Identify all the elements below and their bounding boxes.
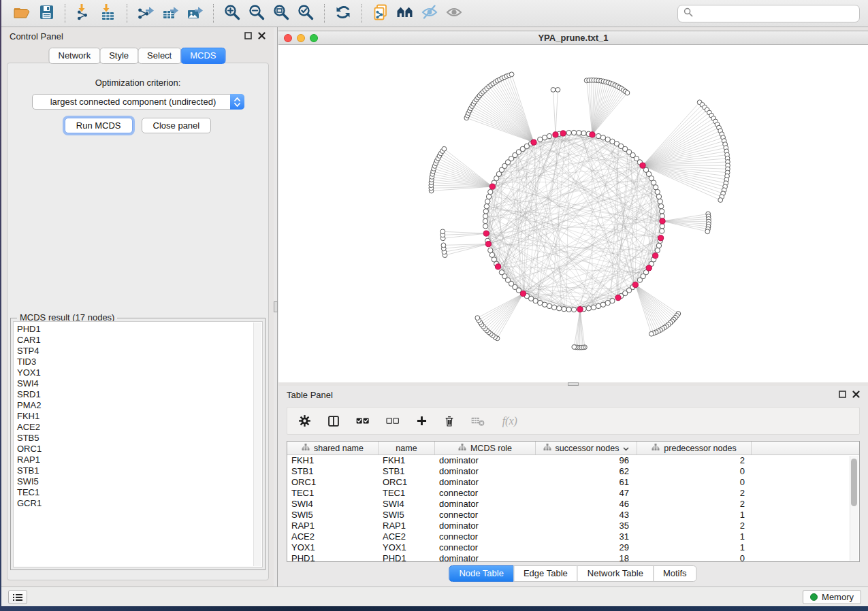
- leaf-node[interactable]: [705, 229, 710, 234]
- leaf-node[interactable]: [440, 229, 445, 234]
- table-row[interactable]: YOX1YOX1connector291: [287, 542, 859, 553]
- network-node[interactable]: [538, 137, 543, 142]
- network-node[interactable]: [656, 194, 661, 199]
- table-row[interactable]: TEC1TEC1connector472: [287, 488, 859, 499]
- delete-row-button[interactable]: [444, 415, 455, 427]
- leaf-node[interactable]: [441, 243, 446, 248]
- network-node[interactable]: [571, 130, 576, 135]
- network-node[interactable]: [656, 243, 661, 248]
- mcds-result-item[interactable]: PMA2: [17, 400, 262, 411]
- mcds-result-item[interactable]: SRD1: [17, 389, 262, 400]
- scrollbar-thumb[interactable]: [851, 459, 857, 506]
- network-graph[interactable]: [278, 45, 868, 382]
- mcds-result-item[interactable]: ACE2: [17, 422, 262, 433]
- settings-button[interactable]: [298, 414, 311, 427]
- mcds-result-item[interactable]: SWI4: [17, 378, 262, 389]
- zoom-fit-button[interactable]: [269, 3, 293, 24]
- network-node[interactable]: [483, 218, 487, 223]
- export-image-button[interactable]: [182, 3, 207, 24]
- network-node[interactable]: [653, 185, 658, 190]
- mcds-result-item[interactable]: CAR1: [17, 335, 262, 346]
- network-node[interactable]: [577, 131, 581, 135]
- mcds-result-item[interactable]: STP4: [17, 346, 262, 357]
- open-file-button[interactable]: [10, 3, 34, 24]
- network-canvas[interactable]: [278, 45, 868, 382]
- zoom-selected-button[interactable]: [293, 3, 318, 24]
- network-node[interactable]: [596, 133, 600, 138]
- tab-mcds[interactable]: MCDS: [180, 48, 225, 64]
- column-header-successor-nodes[interactable]: successor nodes: [536, 442, 637, 455]
- mcds-hub-node[interactable]: [646, 265, 652, 271]
- network-node[interactable]: [586, 306, 591, 310]
- table-row[interactable]: FKH1FKH1dominator962: [287, 455, 859, 466]
- tab-network-table[interactable]: Network Table: [577, 565, 654, 582]
- column-header-predecessor-nodes[interactable]: predecessor nodes: [637, 442, 752, 455]
- close-panel-icon[interactable]: [852, 390, 860, 400]
- network-node[interactable]: [483, 224, 488, 229]
- mcds-hub-node[interactable]: [483, 231, 489, 236]
- network-node[interactable]: [660, 214, 664, 218]
- mcds-hub-node[interactable]: [553, 132, 558, 137]
- network-node[interactable]: [659, 209, 664, 214]
- leaf-node[interactable]: [551, 88, 556, 93]
- run-mcds-button[interactable]: Run MCDS: [65, 118, 133, 133]
- tab-network[interactable]: Network: [48, 48, 100, 64]
- zoom-in-button[interactable]: [220, 3, 244, 24]
- show-all-button[interactable]: [442, 3, 466, 24]
- mcds-result-item[interactable]: TEC1: [17, 487, 262, 498]
- network-node[interactable]: [566, 131, 571, 135]
- tab-node-table[interactable]: Node Table: [449, 565, 514, 582]
- network-node[interactable]: [591, 305, 596, 310]
- close-panel-icon[interactable]: [258, 31, 266, 42]
- network-node[interactable]: [566, 307, 571, 312]
- mcds-hub-node[interactable]: [485, 242, 491, 247]
- leaf-node[interactable]: [625, 90, 630, 95]
- network-node[interactable]: [655, 189, 660, 194]
- network-node[interactable]: [484, 204, 489, 209]
- mcds-result-item[interactable]: ORC1: [17, 444, 262, 455]
- zoom-out-button[interactable]: [244, 3, 269, 24]
- columns-button[interactable]: [327, 415, 340, 427]
- table-row[interactable]: ACE2ACE2connector311: [287, 531, 859, 542]
- table-scrollbar[interactable]: [850, 456, 858, 561]
- leaf-node[interactable]: [649, 331, 654, 336]
- mcds-result-item[interactable]: PHD1: [17, 324, 262, 335]
- task-history-button[interactable]: [8, 590, 27, 604]
- result-scrollbar[interactable]: [253, 323, 261, 566]
- leaf-node[interactable]: [718, 198, 723, 203]
- network-node[interactable]: [605, 300, 610, 305]
- network-titlebar[interactable]: YPA_prune.txt_1: [278, 31, 868, 45]
- network-node[interactable]: [499, 270, 504, 275]
- column-header-name[interactable]: name: [379, 442, 435, 455]
- mcds-result-item[interactable]: YOX1: [17, 367, 262, 378]
- network-node[interactable]: [547, 303, 551, 308]
- mcds-result-item[interactable]: SWI5: [17, 476, 262, 487]
- float-panel-icon[interactable]: [839, 390, 846, 400]
- column-header-MCDS-role[interactable]: MCDS role: [435, 442, 536, 455]
- network-node[interactable]: [659, 229, 664, 233]
- network-node[interactable]: [658, 199, 662, 203]
- select-all-button[interactable]: [356, 416, 370, 425]
- network-node[interactable]: [542, 135, 547, 140]
- hide-selected-button[interactable]: [417, 3, 442, 24]
- mcds-hub-node[interactable]: [590, 132, 595, 137]
- network-node[interactable]: [571, 307, 576, 312]
- close-panel-button[interactable]: Close panel: [142, 118, 212, 133]
- float-panel-icon[interactable]: [244, 31, 252, 42]
- network-node[interactable]: [488, 189, 493, 194]
- network-node[interactable]: [483, 209, 488, 214]
- network-node[interactable]: [655, 248, 660, 252]
- import-table-button[interactable]: [96, 3, 120, 24]
- search-input[interactable]: [697, 7, 859, 20]
- network-node[interactable]: [547, 133, 551, 138]
- network-node[interactable]: [551, 305, 556, 310]
- network-node[interactable]: [483, 214, 488, 218]
- tab-motifs[interactable]: Motifs: [653, 565, 697, 582]
- deselect-all-button[interactable]: [386, 416, 400, 425]
- first-neighbors-button[interactable]: [393, 3, 417, 24]
- optimization-select[interactable]: largest connected component (undirected): [32, 94, 244, 110]
- mcds-hub-node[interactable]: [653, 253, 658, 259]
- column-header-shared-name[interactable]: shared name: [287, 442, 379, 455]
- network-node[interactable]: [488, 248, 493, 252]
- mcds-hub-node[interactable]: [531, 139, 536, 145]
